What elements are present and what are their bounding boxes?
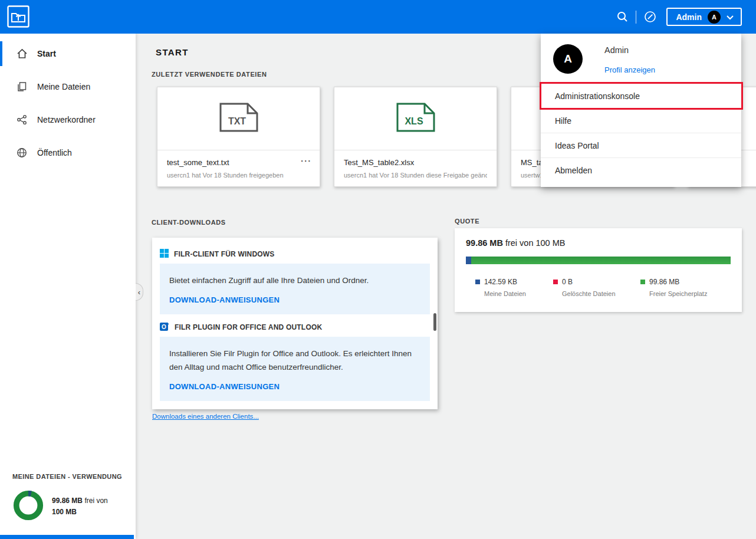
quota-panel: 99.86 MB frei von 100 MB 142.59 KB Meine… [455, 228, 742, 312]
sidebar-item-label: Netzwerkordner [37, 115, 96, 124]
windows-download-instructions-link[interactable]: DOWNLOAD-ANWEISUNGEN [169, 295, 280, 304]
avatar: A [708, 11, 721, 24]
sidebar-item-label: Öffentlich [37, 148, 72, 157]
quota-summary: 99.86 MB frei von 100 MB [466, 238, 731, 248]
office-plugin-box: Installieren Sie Filr Plugin for Office … [160, 337, 430, 401]
client-downloads-panel: FILR-CLIENT FÜR WINDOWS Bietet einfachen… [152, 238, 438, 409]
sidebar-item-label: Start [37, 49, 56, 58]
office-download-instructions-link[interactable]: DOWNLOAD-ANWEISUNGEN [169, 382, 280, 391]
windows-client-title: FILR-CLIENT FÜR WINDOWS [174, 250, 275, 258]
chevron-down-icon [727, 12, 734, 22]
office-plugin-header: O FILR PLUGIN FOR OFFICE AND OUTLOOK [160, 318, 430, 337]
windows-client-box: Bietet einfachen Zugriff auf alle Ihre D… [160, 264, 430, 314]
usage-text: 99.86 MB frei von 100 MB [52, 495, 119, 517]
page-title: START [156, 47, 189, 57]
sidebar: Start Meine Dateien [0, 34, 136, 539]
file-type-label: TXT [228, 116, 245, 126]
topbar: Admin A [0, 0, 756, 34]
file-detail: usercn1 hat Vor 18 Stunden diese Freigab… [344, 172, 487, 179]
menu-item-administration-console[interactable]: Administrationskonsole [541, 83, 741, 108]
file-name: Test_MS_table2.xlsx [344, 158, 487, 167]
sidebar-bottom-accent-bar [0, 535, 134, 539]
file-type-label: XLS [405, 116, 423, 126]
file-card[interactable]: XLS Test_MS_table2.xlsx usercn1 hat Vor … [334, 87, 497, 187]
account-display-name: Admin [604, 45, 629, 55]
usage-free-connector: frei von [84, 497, 107, 505]
legend-item-my-files: 142.59 KB Meine Dateien [475, 278, 553, 297]
sidebar-item-my-files[interactable]: Meine Dateien [0, 70, 136, 103]
chevron-left-icon: ‹ [138, 288, 140, 297]
more-options-icon[interactable]: ⋯ [300, 154, 312, 167]
recent-files-section-title: ZULETZT VERWENDETE DATEIEN [152, 71, 267, 78]
usage-donut-chart [12, 489, 44, 524]
quota-used-segment [466, 257, 471, 264]
legend-value: 99.86 MB [649, 278, 679, 286]
file-detail: usercn1 hat Vor 18 Stunden freigegeben [167, 172, 310, 179]
account-menu-header: A Admin Profil anzeigen [541, 34, 741, 83]
view-profile-link[interactable]: Profil anzeigen [604, 65, 655, 74]
usage-title: MEINE DATEIEN - VERWENDUNG [12, 473, 136, 480]
svg-text:O: O [162, 324, 166, 330]
pen-circle-icon[interactable] [644, 11, 656, 23]
quota-free-text: frei von 100 MB [505, 238, 566, 248]
legend-label: Freier Speicherplatz [649, 290, 707, 297]
my-files-icon [16, 81, 28, 92]
windows-client-header: FILR-CLIENT FÜR WINDOWS [160, 245, 430, 264]
file-icon-area: XLS [334, 87, 497, 150]
account-dropdown-menu: A Admin Profil anzeigen Administrationsk… [541, 34, 741, 187]
network-folders-icon [16, 114, 28, 125]
file-icon-area: TXT [157, 87, 320, 150]
quota-free-amount: 99.86 MB [466, 238, 503, 248]
topbar-divider [636, 11, 636, 24]
file-name: test_some_text.txt [167, 158, 310, 167]
legend-value: 0 B [562, 278, 573, 286]
scrollbar-thumb[interactable] [433, 313, 436, 331]
outlook-icon: O [160, 322, 169, 333]
sidebar-item-start[interactable]: Start [0, 37, 136, 70]
file-card[interactable]: TXT test_some_text.txt usercn1 hat Vor 1… [157, 87, 320, 187]
legend-swatch-red [553, 280, 558, 284]
legend-item-free-space: 99.86 MB Freier Speicherplatz [640, 278, 707, 297]
office-plugin-title: FILR PLUGIN FOR OFFICE AND OUTLOOK [175, 323, 322, 331]
txt-file-icon: TXT [219, 102, 259, 135]
menu-item-ideas-portal[interactable]: Ideas Portal [541, 133, 741, 157]
xls-file-icon: XLS [396, 102, 436, 135]
menu-item-sign-out[interactable]: Abmelden [541, 157, 741, 182]
legend-item-deleted-files: 0 B Gelöschte Dateien [553, 278, 640, 297]
account-menu-button[interactable]: Admin A [666, 8, 742, 26]
legend-swatch-blue [475, 280, 480, 284]
account-menu-label: Admin [676, 12, 702, 22]
file-card-info: Test_MS_table2.xlsx usercn1 hat Vor 18 S… [334, 150, 497, 186]
sidebar-item-public[interactable]: Öffentlich [0, 136, 136, 169]
usage-total-amount: 100 MB [52, 508, 77, 516]
office-plugin-description: Installieren Sie Filr Plugin for Office … [169, 347, 420, 374]
other-clients-download-link[interactable]: Downloads eines anderen Clients... [152, 413, 259, 420]
sidebar-nav: Start Meine Dateien [0, 34, 136, 169]
quota-legend: 142.59 KB Meine Dateien 0 B Gelöschte Da… [466, 278, 731, 297]
public-globe-icon [16, 147, 28, 158]
legend-label: Gelöschte Dateien [562, 290, 640, 297]
quota-section-title: QUOTE [455, 218, 479, 225]
home-icon [16, 48, 28, 59]
legend-swatch-green [640, 280, 645, 284]
file-card-info: test_some_text.txt usercn1 hat Vor 18 St… [157, 150, 320, 186]
filr-home-page: Admin A Start [0, 0, 756, 539]
avatar: A [553, 44, 583, 74]
legend-label: Meine Dateien [484, 290, 553, 297]
sidebar-item-network-folders[interactable]: Netzwerkordner [0, 103, 136, 136]
search-icon[interactable] [617, 11, 628, 22]
sidebar-item-label: Meine Dateien [37, 82, 90, 91]
my-files-usage: MEINE DATEIEN - VERWENDUNG 99.86 MB frei… [0, 473, 136, 524]
client-downloads-section-title: CLIENT-DOWNLOADS [152, 219, 226, 226]
topbar-actions: Admin A [617, 0, 742, 34]
menu-item-help[interactable]: Hilfe [541, 108, 741, 133]
usage-free-amount: 99.86 MB [52, 497, 83, 505]
windows-client-description: Bietet einfachen Zugriff auf alle Ihre D… [169, 274, 420, 287]
legend-value: 142.59 KB [484, 278, 517, 286]
windows-icon [160, 249, 169, 259]
filr-logo-icon[interactable] [7, 5, 29, 28]
quota-progress-bar [466, 257, 731, 264]
